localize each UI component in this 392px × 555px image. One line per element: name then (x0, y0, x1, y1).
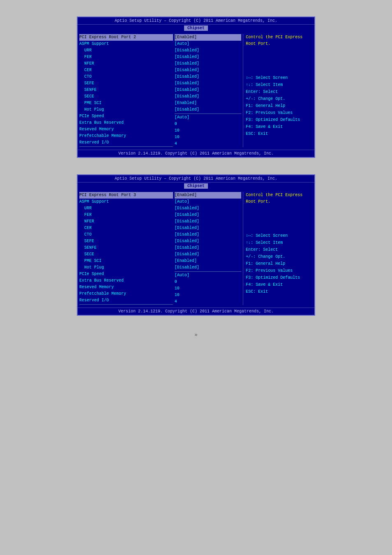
menu-item-label[interactable]: ASPM Support (79, 199, 173, 205)
chipset-tab-2[interactable]: Chipset (184, 183, 208, 189)
help-key-item: Enter: Select (246, 246, 313, 253)
menu-item-value: [Auto] (175, 114, 242, 121)
help-key-item: F3: Optimized Defaults (246, 116, 313, 123)
menu-item-value: [Enabled] (175, 258, 242, 264)
help-title: Control the PCI Express Root Port. (246, 192, 313, 205)
menu-item-label[interactable]: URR (79, 47, 173, 54)
menu-item-label[interactable]: Prefetchable Memory (79, 133, 173, 139)
menu-item-value: [Disabled] (175, 60, 242, 67)
menu-item-label[interactable]: PME SCI (79, 100, 173, 106)
menu-item-label[interactable]: SENFE (79, 87, 173, 93)
help-keys: ↕↔: Select Screen↑↓: Select ItemEnter: S… (246, 232, 313, 295)
help-key-item: F2: Previous Values (246, 267, 313, 274)
help-key-item: F3: Optimized Defaults (246, 274, 313, 281)
help-key-item: ↑↓: Select Item (246, 81, 313, 88)
menu-item-value: [Disabled] (175, 225, 242, 231)
menu-item-label[interactable]: FER (79, 54, 173, 60)
menu-item-label[interactable]: NFER (79, 60, 173, 67)
menu-item-value: [Auto] (175, 41, 242, 47)
bios-content-2: PCI Express Root Port 3ASPM SupportURRFE… (78, 190, 314, 308)
menu-item-value: [Disabled] (175, 67, 242, 74)
menu-item-label[interactable]: SECE (79, 251, 173, 258)
bios-content-1: PCI Express Root Port 2ASPM SupportURRFE… (78, 32, 314, 150)
bios-title-2: Aptio Setup Utility – Copyright (C) 2011… (78, 175, 314, 183)
menu-item-label[interactable]: SEFE (79, 238, 173, 245)
help-key-item: ↕↔: Select Screen (246, 74, 313, 81)
menu-item-label[interactable]: CTO (79, 231, 173, 238)
menu-item-value: [Disabled] (175, 264, 242, 271)
menu-item-label[interactable]: SEFE (79, 80, 173, 87)
help-key-item: ESC: Exit (246, 288, 313, 295)
chipset-tab-1[interactable]: Chipset (184, 25, 208, 31)
menu-item-label[interactable]: CER (79, 225, 173, 231)
menu-item-label[interactable]: Hot Plug (79, 264, 173, 271)
help-key-item: ↕↔: Select Screen (246, 232, 313, 239)
help-key-item: F4: Save & Exit (246, 123, 313, 130)
bios-labels-2: PCI Express Root Port 3ASPM SupportURRFE… (79, 192, 173, 305)
help-key-item: ESC: Exit (246, 130, 313, 137)
menu-item-value: [Disabled] (175, 87, 242, 93)
bios-tab-row-2: Chipset (78, 183, 314, 190)
bios-help-2: Control the PCI Express Root Port.↕↔: Se… (243, 192, 313, 305)
bios-screen-2: Aptio Setup Utility – Copyright (C) 2011… (77, 174, 315, 316)
menu-item-value: 10 (175, 127, 242, 134)
menu-item-value: [Disabled] (175, 106, 242, 113)
help-key-item: F2: Previous Values (246, 109, 313, 116)
menu-item-label[interactable]: CER (79, 67, 173, 74)
bios-tab-row-1: Chipset (78, 25, 314, 32)
bios-values-2: [Enabled][Auto][Disabled][Disabled][Disa… (175, 192, 242, 305)
menu-item-label[interactable]: CTO (79, 74, 173, 80)
menu-item-label[interactable]: PCIe Speed (79, 271, 173, 278)
menu-item-value: [Disabled] (175, 231, 242, 238)
menu-item-value: [Disabled] (175, 74, 242, 80)
menu-item-label[interactable]: PME SCI (79, 258, 173, 264)
menu-item-label[interactable]: Hot Plug (79, 106, 173, 113)
menu-item-value: 4 (175, 298, 242, 305)
menu-item-value: [Disabled] (175, 238, 242, 245)
menu-item-label[interactable]: Prefetchable Memory (79, 291, 173, 297)
footnote: » (194, 332, 197, 338)
menu-item-label[interactable]: SECE (79, 93, 173, 100)
help-key-item: ↑↓: Select Item (246, 239, 313, 246)
menu-item-label[interactable]: Reserved I/O (79, 297, 173, 304)
help-key-item: F1: General Help (246, 260, 313, 267)
menu-item-value: 10 (175, 134, 242, 141)
help-key-item: F4: Save & Exit (246, 281, 313, 288)
menu-item-label[interactable]: Reseved Memory (79, 126, 173, 133)
menu-item-label[interactable]: URR (79, 205, 173, 212)
bios-footer-2: Version 2.14.1219. Copyright (C) 2011 Am… (78, 308, 314, 315)
menu-item-label[interactable]: NFER (79, 218, 173, 225)
help-key-item: Enter: Select (246, 88, 313, 95)
menu-item-value: [Disabled] (175, 212, 242, 218)
bios-help-1: Control the PCI Express Root Port.↕↔: Se… (243, 34, 313, 147)
menu-item-value: [Enabled] (175, 100, 242, 106)
menu-item-value: [Auto] (175, 272, 242, 279)
menu-item-value: 0 (175, 279, 242, 285)
menu-item-value: [Disabled] (175, 80, 242, 87)
bios-title-1: Aptio Setup Utility – Copyright (C) 2011… (78, 17, 314, 25)
menu-item-value: 10 (175, 285, 242, 292)
menu-item-label[interactable]: FER (79, 212, 173, 218)
menu-item-label[interactable]: SENFE (79, 245, 173, 251)
menu-item-value: 10 (175, 292, 242, 298)
menu-item-label[interactable]: PCI Express Root Port 2 (79, 34, 173, 41)
menu-item-value: [Disabled] (175, 54, 242, 60)
help-keys: ↕↔: Select Screen↑↓: Select ItemEnter: S… (246, 74, 313, 137)
menu-item-label[interactable]: Reseved Memory (79, 284, 173, 291)
menu-item-label[interactable]: PCI Express Root Port 3 (79, 192, 173, 199)
help-key-item: +/-: Change Opt. (246, 95, 313, 102)
menu-item-value: [Disabled] (175, 218, 242, 225)
menu-item-value: 4 (175, 141, 242, 147)
menu-item-value: [Disabled] (175, 205, 242, 212)
menu-item-label[interactable]: PCIe Speed (79, 113, 173, 120)
menu-item-value: 0 (175, 121, 242, 127)
help-key-item: +/-: Change Opt. (246, 253, 313, 260)
menu-item-label[interactable]: Extra Bus Reserved (79, 120, 173, 126)
menu-item-label[interactable]: ASPM Support (79, 41, 173, 47)
help-key-item: F1: General Help (246, 102, 313, 109)
menu-item-label[interactable]: Extra Bus Reserved (79, 278, 173, 284)
menu-item-value: [Disabled] (175, 251, 242, 258)
menu-item-label[interactable]: Reserved I/O (79, 139, 173, 146)
menu-item-value: [Disabled] (175, 93, 242, 100)
bios-footer-1: Version 2.14.1219. Copyright (C) 2011 Am… (78, 150, 314, 157)
